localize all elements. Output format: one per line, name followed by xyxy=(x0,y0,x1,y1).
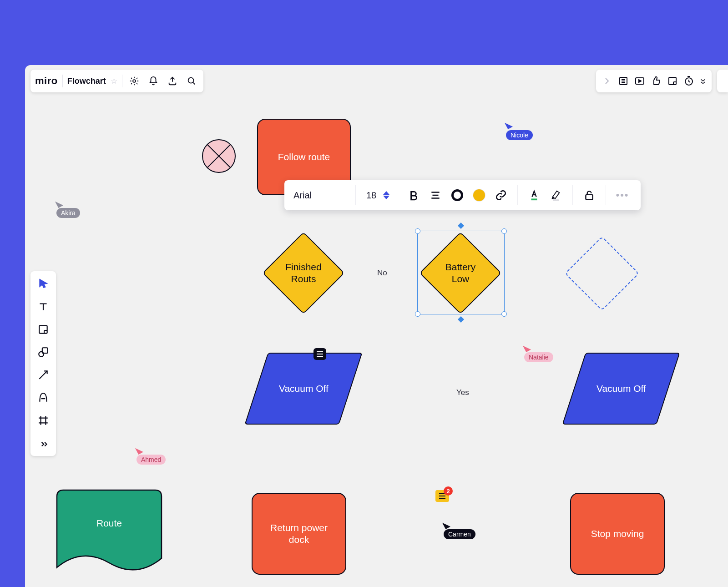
present-icon[interactable] xyxy=(632,74,647,88)
notes-badge: 2 xyxy=(444,486,453,496)
context-toolbar: Arial 18 ••• xyxy=(284,180,641,210)
lock-button[interactable] xyxy=(580,186,598,204)
presence-natalie: Natalie xyxy=(524,344,553,362)
svg-rect-11 xyxy=(586,195,592,200)
board-header: miro Flowchart ☆ xyxy=(30,70,203,92)
svg-point-8 xyxy=(39,352,44,357)
edge-label-yes: Yes xyxy=(453,387,473,398)
svg-point-1 xyxy=(188,78,193,83)
tool-shape[interactable] xyxy=(34,343,52,361)
tool-arrow[interactable] xyxy=(34,366,52,384)
export-icon[interactable] xyxy=(165,74,180,88)
tool-pen[interactable] xyxy=(34,389,52,407)
svg-rect-10 xyxy=(553,199,559,201)
chevron-down-icon[interactable] xyxy=(698,74,708,88)
presence-ahmed: Ahmed xyxy=(136,446,166,465)
highlight-button[interactable] xyxy=(547,186,565,204)
font-size-stepper[interactable] xyxy=(383,191,389,199)
link-button[interactable] xyxy=(492,186,510,204)
font-dropdown[interactable]: Arial xyxy=(293,190,348,201)
app-logo[interactable]: miro xyxy=(35,75,58,87)
settings-icon[interactable] xyxy=(127,74,142,88)
search-icon[interactable] xyxy=(184,74,199,88)
overflow-right[interactable] xyxy=(717,70,728,92)
divider xyxy=(62,75,63,87)
node-label: Follow route xyxy=(278,151,330,163)
svg-rect-6 xyxy=(39,325,47,333)
timer-icon[interactable] xyxy=(682,74,696,88)
node-label: Return power dock xyxy=(270,522,328,546)
svg-rect-4 xyxy=(669,77,676,85)
presence-akira: Akira xyxy=(56,200,80,218)
sticky-comment-icon[interactable]: 2 xyxy=(435,490,449,502)
bell-icon[interactable] xyxy=(146,74,161,88)
left-toolbar xyxy=(30,271,56,456)
tool-more-icon[interactable] xyxy=(34,434,52,452)
thumbs-up-icon[interactable] xyxy=(649,74,663,88)
svg-rect-9 xyxy=(531,198,537,200)
svg-point-0 xyxy=(133,80,136,82)
node-label: Finished Routs xyxy=(274,244,333,302)
align-button[interactable] xyxy=(426,186,445,204)
sum-junction[interactable] xyxy=(202,139,236,173)
note-icon[interactable] xyxy=(665,74,680,88)
divider xyxy=(122,75,122,87)
node-route[interactable]: Route xyxy=(57,490,162,583)
more-button[interactable]: ••• xyxy=(613,186,632,204)
selection-box[interactable] xyxy=(417,231,505,314)
node-label: Vacuum Off xyxy=(597,383,646,395)
board-title[interactable]: Flowchart xyxy=(67,76,106,86)
comment-pin-icon[interactable] xyxy=(313,348,326,360)
node-stop-moving[interactable]: Stop moving xyxy=(570,493,665,575)
node-vacuum-off-2[interactable]: Vacuum Off xyxy=(562,353,680,425)
node-return-dock[interactable]: Return power dock xyxy=(252,493,346,575)
node-label: Stop moving xyxy=(591,528,644,540)
node-label: Route xyxy=(57,517,162,529)
board-surface[interactable]: Follow route Finished Routs Battery Low … xyxy=(25,65,728,587)
presence-carmen: Carmen xyxy=(444,521,475,539)
top-right-toolbar xyxy=(596,70,728,92)
fill-color-button[interactable] xyxy=(470,186,488,204)
edge-label-no: No xyxy=(374,268,391,278)
star-icon[interactable]: ☆ xyxy=(111,76,117,86)
presence-nicole: Nicole xyxy=(506,121,533,140)
chevron-right-icon[interactable] xyxy=(600,74,614,88)
font-size[interactable]: 18 xyxy=(363,190,379,201)
list-icon[interactable] xyxy=(616,74,631,88)
border-color-button[interactable] xyxy=(448,186,466,204)
node-label: Vacuum Off xyxy=(279,383,329,395)
node-vacuum-off[interactable]: Vacuum Off xyxy=(244,353,362,425)
tool-frame[interactable] xyxy=(34,411,52,430)
ghost-diamond[interactable] xyxy=(576,247,628,300)
tool-text[interactable] xyxy=(34,298,52,316)
tool-select[interactable] xyxy=(34,275,52,293)
text-color-button[interactable] xyxy=(525,186,543,204)
tool-sticky[interactable] xyxy=(34,320,52,339)
node-finished-routs[interactable]: Finished Routs xyxy=(274,244,333,302)
bold-button[interactable] xyxy=(404,186,423,204)
